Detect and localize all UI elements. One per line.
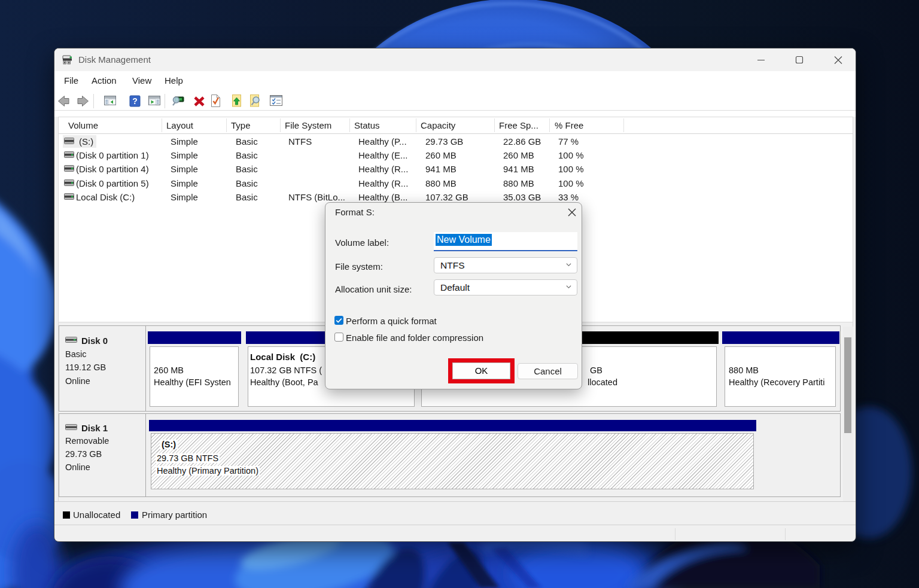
svg-text:?: ? xyxy=(132,96,138,106)
